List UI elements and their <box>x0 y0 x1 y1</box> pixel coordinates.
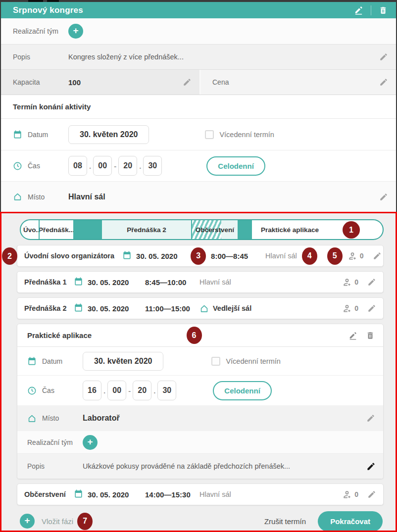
phase-timeline: Úvo... Přednášk... Přednáška 2 Občerstve… <box>20 219 384 240</box>
multiday-group: Vícedenní termín <box>205 130 274 139</box>
time-inputs: 08 . 00 - 20 . 30 <box>68 156 162 176</box>
delete-activity-icon[interactable] <box>379 5 388 15</box>
time-to-hour-input[interactable]: 20 <box>118 156 137 176</box>
phase-time-row: Čas 16 . 00 - 20 . 30 Celodenní <box>17 376 383 405</box>
timeline-segment-uvodni[interactable]: Úvo... <box>21 220 40 239</box>
cancel-term-button[interactable]: Zrušit termín <box>264 517 306 526</box>
time-label: Čas <box>42 387 83 394</box>
phase-name: Úvodní slovo organizátora <box>24 252 114 260</box>
phase-place-row: Místo Laboratoř <box>17 405 383 431</box>
calendar-icon <box>74 489 83 500</box>
team-row: Realizační tým + <box>1 18 396 45</box>
attendee-count: 0 <box>342 303 358 313</box>
edit-phase-icon[interactable] <box>373 251 382 260</box>
time-to-hour-input[interactable]: 20 <box>133 381 151 400</box>
calendar-icon <box>13 130 28 139</box>
annotation-badge-2: 2 <box>2 247 17 265</box>
timeline-segment-prednaska2[interactable]: Přednáška 2 <box>102 220 191 239</box>
description-label: Popis <box>13 53 68 61</box>
place-value: Hlavní sál <box>68 193 105 201</box>
time-range-separator: - <box>114 162 116 170</box>
window-edge-artifact <box>47 0 59 2</box>
time-range-separator: - <box>128 387 131 395</box>
phase-team-row: Realizační tým + <box>17 431 383 454</box>
term-section-header: Termín konání aktivity <box>1 95 396 119</box>
attendee-count-value: 0 <box>360 252 364 260</box>
phase-name: Přednáška 1 <box>24 278 70 286</box>
phase-row-prednaska2[interactable]: Přednáška 2 30. 05. 2020 11:00—15:00 Ved… <box>17 297 384 319</box>
attendee-count: 0 <box>342 489 358 499</box>
calendar-icon <box>74 277 83 288</box>
price-cell: Cena <box>200 70 396 95</box>
phase-name: Přednáška 2 <box>24 304 70 312</box>
multiday-checkbox[interactable] <box>211 357 220 366</box>
add-phase-label[interactable]: Vložit fázi <box>42 517 73 526</box>
window-edge-artifact <box>28 0 43 2</box>
timeline-segment-obcerstveni[interactable]: Občerstvení <box>191 220 238 239</box>
capacity-label: Kapacita <box>13 78 68 86</box>
edit-phase-icon[interactable] <box>348 331 358 340</box>
timeline-segment-prednaska1[interactable]: Přednášk... <box>40 220 74 239</box>
time-inputs: 16 . 00 - 20 . 30 <box>83 381 176 400</box>
edit-price-icon[interactable] <box>379 78 388 87</box>
phase-time: 11:00—15:00 <box>145 304 196 313</box>
window-edge <box>0 0 397 2</box>
phases-section: Úvo... Přednášk... Přednáška 2 Občerstve… <box>0 212 397 532</box>
multiday-checkbox[interactable] <box>205 130 214 139</box>
annotation-badge-3: 3 <box>191 247 206 265</box>
edit-phase-icon[interactable] <box>367 490 376 499</box>
edit-phase-icon[interactable] <box>367 278 376 287</box>
delete-phase-icon[interactable] <box>366 331 375 340</box>
date-picker-button[interactable]: 30. květen 2020 <box>68 125 149 144</box>
timeline-segment-prakticke[interactable]: Praktické aplikace <box>252 220 383 239</box>
description-value: Kongres složený z více přednášek... <box>68 53 184 61</box>
phase-row-uvodni[interactable]: 2 Úvodní slovo organizátora 30. 05. 2020… <box>17 245 384 267</box>
activity-detail-page: Srpnový kongres Realizační tým + Popis K… <box>0 0 397 532</box>
edit-activity-icon[interactable] <box>354 5 363 15</box>
multiday-label: Vícedenní termín <box>219 131 274 139</box>
multiday-group: Vícedenní termín <box>211 357 280 366</box>
phase-date-row: Datum 30. květen 2020 Vícedenní termín <box>17 347 383 376</box>
continue-button[interactable]: Pokračovat <box>318 511 383 532</box>
add-team-member-button[interactable]: + <box>83 435 98 450</box>
allday-button[interactable]: Celodenní <box>213 381 272 400</box>
edit-phase-icon[interactable] <box>367 304 376 313</box>
allday-button[interactable]: Celodenní <box>206 156 265 176</box>
time-separator: . <box>103 387 105 395</box>
add-team-member-button[interactable]: + <box>68 24 83 39</box>
phase-place: Vedlejší sál <box>213 304 251 312</box>
time-to-minute-input[interactable]: 30 <box>157 381 176 400</box>
team-label: Realizační tým <box>13 27 68 35</box>
time-from-hour-input[interactable]: 08 <box>68 156 87 176</box>
annotation-badge-4: 4 <box>302 247 317 265</box>
calendar-icon <box>74 303 83 314</box>
edit-description-icon[interactable] <box>366 462 375 471</box>
date-label: Datum <box>42 357 83 365</box>
phase-row-prednaska1[interactable]: Přednáška 1 30. 05. 2020 8:45—10:00 Hlav… <box>17 271 384 293</box>
titlebar-divider <box>371 5 371 15</box>
home-icon <box>13 192 28 201</box>
expanded-phase-card: Praktické aplikace 6 Datum 30. květen 20… <box>17 324 384 479</box>
phase-row-obcerstveni[interactable]: Občerstvení 30. 05. 2020 14:00—15:30 Hla… <box>17 484 384 505</box>
phase-date: 30. 05. 2020 <box>88 490 137 499</box>
time-from-minute-input[interactable]: 00 <box>107 381 126 400</box>
edit-place-icon[interactable] <box>379 193 388 201</box>
edit-place-icon[interactable] <box>366 414 375 423</box>
annotation-badge-6: 6 <box>187 327 202 344</box>
date-picker-button[interactable]: 30. květen 2020 <box>83 352 163 371</box>
phase-time: 8:00—8:45 <box>211 252 261 260</box>
time-from-minute-input[interactable]: 00 <box>93 156 112 176</box>
edit-description-icon[interactable] <box>379 52 388 61</box>
time-to-minute-input[interactable]: 30 <box>143 156 162 176</box>
time-from-hour-input[interactable]: 16 <box>83 381 101 400</box>
team-label: Realizační tým <box>27 438 83 446</box>
expanded-phase-title: Praktické aplikace <box>27 331 92 339</box>
add-phase-button[interactable]: + <box>20 514 35 529</box>
time-row: Čas 08 . 00 - 20 . 30 Celodenní <box>1 150 396 182</box>
time-separator: . <box>139 162 141 170</box>
price-label: Cena <box>212 78 268 86</box>
time-separator: . <box>153 387 155 395</box>
place-label: Místo <box>42 414 83 422</box>
activity-titlebar: Srpnový kongres <box>1 2 396 18</box>
edit-capacity-icon[interactable] <box>183 78 192 87</box>
